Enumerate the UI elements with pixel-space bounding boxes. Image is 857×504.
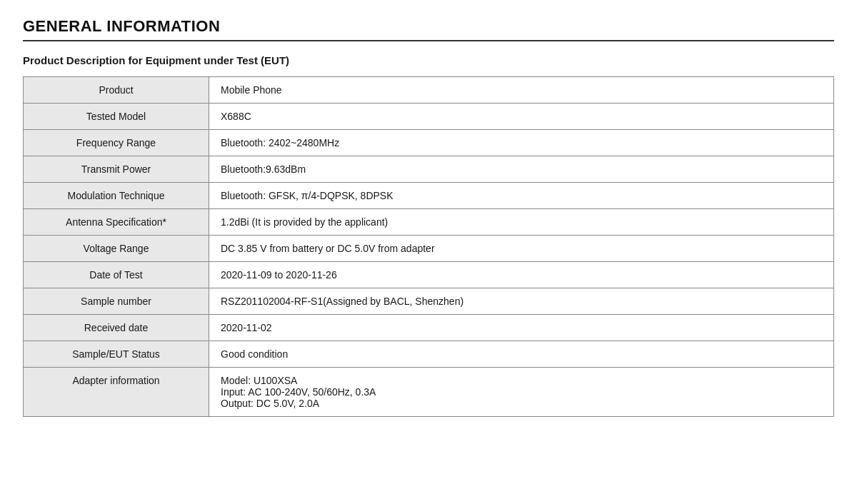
table-cell-value: Bluetooth: 2402~2480MHz [209, 130, 834, 156]
info-table: ProductMobile PhoneTested ModelX688CFreq… [23, 76, 834, 417]
table-row: Antenna Specification*1.2dBi (It is prov… [24, 209, 834, 236]
table-cell-label: Sample number [24, 288, 209, 315]
table-cell-value: 1.2dBi (It is provided by the applicant) [209, 209, 834, 236]
table-cell-label: Modulation Technique [24, 183, 209, 209]
table-row: Frequency RangeBluetooth: 2402~2480MHz [24, 130, 834, 156]
table-cell-value: Mobile Phone [209, 77, 834, 104]
table-row: Modulation TechniqueBluetooth: GFSK, π/4… [24, 183, 834, 209]
table-row: Transmit PowerBluetooth:9.63dBm [24, 156, 834, 183]
table-cell-value: X688C [209, 104, 834, 130]
table-cell-label: Sample/EUT Status [24, 341, 209, 368]
table-cell-value: 2020-11-09 to 2020-11-26 [209, 262, 834, 288]
table-row: Tested ModelX688C [24, 104, 834, 130]
table-cell-value: Good condition [209, 341, 834, 368]
table-cell-value: Model: U100XSAInput: AC 100-240V, 50/60H… [209, 368, 834, 417]
table-cell-label: Product [24, 77, 209, 104]
table-cell-label: Adapter information [24, 368, 209, 417]
table-cell-label: Received date [24, 315, 209, 341]
table-cell-label: Frequency Range [24, 130, 209, 156]
table-cell-label: Date of Test [24, 262, 209, 288]
table-row: Received date2020-11-02 [24, 315, 834, 341]
table-cell-value: 2020-11-02 [209, 315, 834, 341]
table-cell-label: Tested Model [24, 104, 209, 130]
table-cell-value: Bluetooth:9.63dBm [209, 156, 834, 183]
table-cell-label: Voltage Range [24, 236, 209, 262]
section-title: Product Description for Equipment under … [23, 54, 834, 66]
table-row: Sample/EUT StatusGood condition [24, 341, 834, 368]
table-cell-label: Antenna Specification* [24, 209, 209, 236]
table-cell-label: Transmit Power [24, 156, 209, 183]
title-divider [23, 40, 834, 41]
table-cell-value: DC 3.85 V from battery or DC 5.0V from a… [209, 236, 834, 262]
table-row: Voltage RangeDC 3.85 V from battery or D… [24, 236, 834, 262]
table-cell-value: RSZ201102004-RF-S1(Assigned by BACL, She… [209, 288, 834, 315]
table-row: ProductMobile Phone [24, 77, 834, 104]
page-title: GENERAL INFORMATION [23, 17, 834, 36]
table-row: Date of Test2020-11-09 to 2020-11-26 [24, 262, 834, 288]
table-row: Adapter informationModel: U100XSAInput: … [24, 368, 834, 417]
table-row: Sample numberRSZ201102004-RF-S1(Assigned… [24, 288, 834, 315]
table-cell-value: Bluetooth: GFSK, π/4-DQPSK, 8DPSK [209, 183, 834, 209]
